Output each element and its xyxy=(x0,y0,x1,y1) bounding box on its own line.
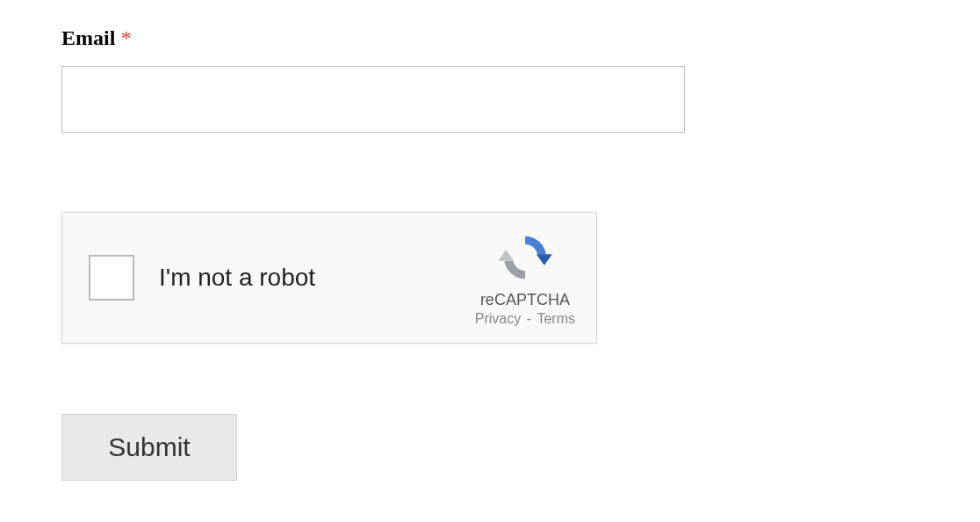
recaptcha-separator: - xyxy=(522,311,535,326)
recaptcha-branding: reCAPTCHA Privacy - Terms xyxy=(475,229,575,327)
recaptcha-checkbox[interactable] xyxy=(89,255,134,301)
recaptcha-links: Privacy - Terms xyxy=(475,311,575,327)
submit-button-label: Submit xyxy=(108,432,190,462)
recaptcha-left: I'm not a robot xyxy=(89,255,315,301)
recaptcha-widget: I'm not a robot reCAPTCHA Privacy - Term… xyxy=(61,212,597,344)
recaptcha-icon xyxy=(497,229,553,286)
recaptcha-terms-link[interactable]: Terms xyxy=(537,311,575,326)
email-field[interactable] xyxy=(61,66,685,133)
recaptcha-privacy-link[interactable]: Privacy xyxy=(475,311,521,326)
submit-button[interactable]: Submit xyxy=(61,414,237,481)
recaptcha-brand-text: reCAPTCHA xyxy=(480,291,570,309)
recaptcha-label: I'm not a robot xyxy=(159,264,315,292)
email-label: Email xyxy=(61,26,115,49)
required-asterisk: * xyxy=(121,26,132,49)
email-label-row: Email * xyxy=(61,26,919,50)
